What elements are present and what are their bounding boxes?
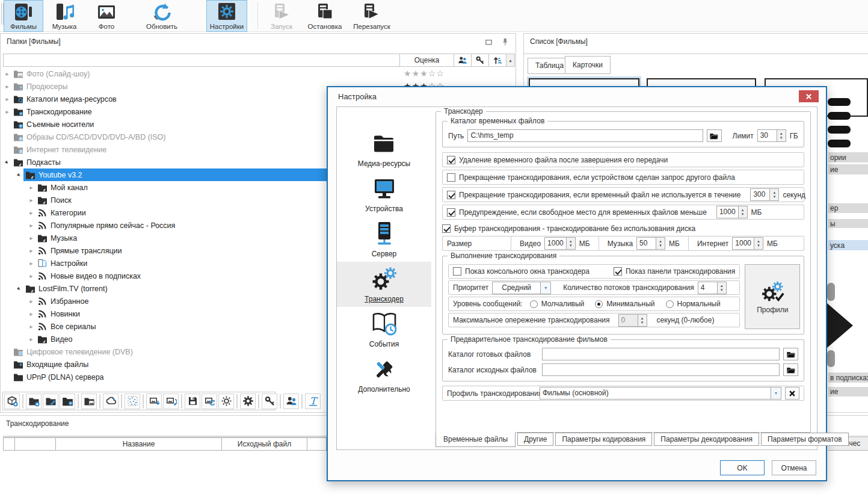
stop-on-other-request-checkbox[interactable] [447, 173, 455, 182]
dialog-tab-4[interactable]: Параметры декодирования [654, 433, 759, 446]
spinner-buttons[interactable]: ▲▼ [638, 315, 647, 326]
expander-icon[interactable]: ▸ [27, 336, 35, 342]
footer-button-image-down[interactable] [146, 394, 162, 409]
footer-button-box-add[interactable] [4, 394, 20, 409]
cancel-button[interactable]: Отмена [772, 460, 816, 475]
expander-icon[interactable]: ▸ [27, 273, 35, 279]
extra-column-header[interactable] [307, 437, 327, 451]
footer-button-cloud[interactable] [103, 394, 119, 409]
profiles-button[interactable]: Профили [745, 264, 800, 329]
browse-temp-folder-button[interactable] [707, 129, 722, 142]
expander-icon[interactable]: ▸ [27, 323, 35, 330]
name-column-header[interactable]: Название [56, 437, 222, 451]
spinner-buttons[interactable]: ▲▼ [566, 238, 575, 249]
dialog-tab-5[interactable]: Параметры форматов [761, 433, 849, 446]
sort-column-button[interactable] [489, 54, 506, 67]
temp-path-input[interactable]: C:\hms_temp [467, 129, 703, 142]
radio-normal[interactable] [666, 300, 674, 308]
settings-section-book-clock[interactable]: События [337, 307, 431, 352]
spinner-buttons[interactable]: ▲▼ [777, 130, 786, 141]
expander-icon[interactable]: ▸ [27, 197, 35, 203]
toolbar-button-settings[interactable]: Настройки [207, 1, 247, 31]
delete-temp-file-checkbox[interactable] [447, 156, 455, 164]
toolbar-button-music[interactable]: Музыка [46, 1, 83, 31]
footer-button-image-rotate[interactable] [163, 394, 179, 409]
spinner-buttons[interactable]: ▲▼ [738, 206, 747, 218]
settings-section-server[interactable]: Сервер [337, 217, 431, 262]
music-buffer-spinner[interactable]: 50▲▼ [636, 237, 665, 250]
status-column-header[interactable] [3, 437, 15, 451]
footer-button-image-refresh[interactable] [202, 394, 217, 409]
unused-timeout-spinner[interactable]: 300▲▼ [750, 188, 779, 201]
users-column-button[interactable] [454, 54, 472, 67]
dialog-tab-2[interactable]: Другие [517, 433, 553, 446]
footer-button-folder-add[interactable] [26, 394, 42, 409]
settings-section-tools[interactable]: Дополнительно [337, 352, 431, 397]
spinner-buttons[interactable]: ▲▼ [754, 238, 763, 249]
scroll-up-icon[interactable]: ▲ [506, 54, 515, 67]
low-space-warning-checkbox[interactable] [447, 208, 455, 217]
footer-button-folder-gear[interactable] [60, 394, 75, 409]
source-column-header[interactable]: Исходный файл [222, 437, 307, 451]
toolbar-button-stop[interactable]: Остановка [304, 1, 345, 31]
browse-source-folder-button[interactable] [783, 363, 798, 376]
toolbar-button-restart[interactable]: Перезапуск [350, 1, 393, 31]
expander-icon[interactable]: ▸ [27, 298, 35, 304]
footer-button-gear[interactable] [240, 394, 256, 409]
key-column-button[interactable] [472, 54, 489, 67]
transcode-profile-select[interactable]: Фильмы (основной) ▾ [540, 387, 781, 400]
toolbar-grip[interactable] [1, 3, 4, 25]
expander-icon[interactable]: ▸ [3, 70, 11, 77]
radio-minimal[interactable] [595, 300, 603, 308]
buffer-checkbox[interactable] [442, 224, 451, 233]
footer-button-folder-edit[interactable] [43, 394, 58, 409]
expander-icon[interactable]: ▸ [27, 209, 35, 216]
internet-buffer-spinner[interactable]: 1000▲▼ [732, 237, 763, 250]
footer-button-brightness[interactable] [218, 394, 234, 409]
icon-column-header[interactable] [15, 437, 56, 451]
toolbar-button-refresh[interactable]: Обновить [141, 1, 183, 31]
ok-button[interactable]: OK [720, 460, 765, 475]
ready-dir-input[interactable] [542, 348, 780, 360]
video-buffer-spinner[interactable]: 1000▲▼ [544, 237, 576, 250]
expander-icon[interactable]: ▸ [27, 310, 35, 317]
close-button[interactable] [799, 90, 819, 102]
settings-section-media-folder[interactable]: Медиа-ресурсы [337, 126, 431, 171]
radio-silent[interactable] [530, 300, 538, 308]
limit-spinner[interactable]: 30▲▼ [757, 129, 786, 142]
footer-button-key[interactable] [262, 394, 277, 409]
settings-section-gears[interactable]: Транскодер [337, 262, 431, 307]
dialog-tab-1[interactable]: Временные файлы [436, 432, 516, 447]
clear-profile-button[interactable] [785, 387, 799, 400]
expander-icon[interactable]: ▸ [27, 235, 35, 241]
filter-cell[interactable] [3, 54, 400, 67]
expander-icon[interactable]: ▸ [3, 83, 11, 90]
priority-select[interactable]: Средний ▾ [492, 282, 551, 294]
pin-icon[interactable] [500, 37, 509, 46]
footer-button-users[interactable] [283, 394, 299, 409]
stop-if-unused-checkbox[interactable] [447, 191, 455, 199]
low-space-spinner[interactable]: 1000▲▼ [716, 206, 748, 218]
transcode-panel-checkbox[interactable] [614, 267, 622, 276]
max-ahead-spinner[interactable]: 0▲▼ [618, 314, 647, 327]
spinner-buttons[interactable]: ▲▼ [656, 238, 665, 249]
footer-button-folder-image[interactable] [81, 394, 97, 409]
expander-icon[interactable]: ▸ [27, 184, 35, 191]
settings-section-monitor[interactable]: Устройства [337, 171, 431, 217]
expander-icon[interactable]: ▸ [27, 222, 35, 229]
source-dir-input[interactable] [542, 363, 780, 376]
spinner-buttons[interactable]: ▲▼ [769, 189, 778, 200]
spinner-buttons[interactable]: ▲▼ [717, 282, 726, 294]
footer-button-scatter[interactable] [125, 394, 140, 409]
toolbar-button-films[interactable]: Фильмы [4, 1, 43, 31]
toolbar-button-photo[interactable]: Фото [88, 1, 125, 31]
rating-column-header[interactable]: Оценка [400, 54, 454, 67]
expander-icon[interactable]: ▸ [27, 247, 35, 254]
restore-icon[interactable] [484, 37, 493, 46]
dialog-tab-3[interactable]: Параметры кодирования [555, 433, 652, 446]
browse-ready-folder-button[interactable] [783, 348, 798, 360]
footer-button-save[interactable] [185, 394, 200, 409]
expander-icon[interactable]: ▸ [27, 260, 35, 267]
console-window-checkbox[interactable] [453, 267, 461, 276]
list-tab-2[interactable]: Карточки [565, 56, 611, 74]
